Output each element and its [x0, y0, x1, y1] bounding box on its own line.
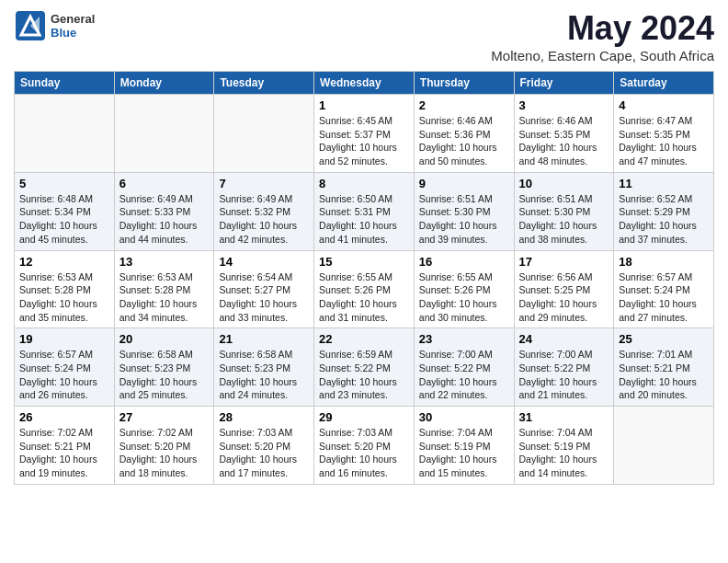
day-info: Sunrise: 6:46 AM Sunset: 5:36 PM Dayligh… [419, 114, 509, 168]
calendar-cell: 22Sunrise: 6:59 AM Sunset: 5:22 PM Dayli… [314, 328, 415, 407]
day-info: Sunrise: 7:03 AM Sunset: 5:20 PM Dayligh… [319, 426, 409, 480]
calendar-cell: 29Sunrise: 7:03 AM Sunset: 5:20 PM Dayli… [314, 407, 415, 485]
calendar-cell: 28Sunrise: 7:03 AM Sunset: 5:20 PM Dayli… [214, 407, 314, 485]
calendar-cell: 6Sunrise: 6:49 AM Sunset: 5:33 PM Daylig… [114, 172, 214, 250]
day-number: 9 [419, 177, 509, 190]
calendar-cell: 12Sunrise: 6:53 AM Sunset: 5:28 PM Dayli… [15, 250, 115, 328]
calendar-cell: 17Sunrise: 6:56 AM Sunset: 5:25 PM Dayli… [514, 250, 614, 328]
calendar-cell: 26Sunrise: 7:02 AM Sunset: 5:21 PM Dayli… [15, 407, 115, 485]
day-number: 1 [319, 98, 409, 112]
calendar-cell: 3Sunrise: 6:46 AM Sunset: 5:35 PM Daylig… [514, 95, 614, 173]
day-number: 21 [219, 332, 309, 346]
calendar-cell [214, 95, 314, 173]
day-number: 30 [419, 410, 509, 424]
day-of-week-header: Thursday [414, 72, 514, 95]
day-number: 22 [319, 332, 409, 346]
day-info: Sunrise: 7:01 AM Sunset: 5:21 PM Dayligh… [619, 348, 709, 402]
calendar-cell: 19Sunrise: 6:57 AM Sunset: 5:24 PM Dayli… [15, 328, 115, 407]
day-info: Sunrise: 7:02 AM Sunset: 5:21 PM Dayligh… [19, 426, 109, 480]
calendar-cell: 30Sunrise: 7:04 AM Sunset: 5:19 PM Dayli… [414, 407, 514, 485]
month-title: May 2024 [491, 9, 714, 48]
day-info: Sunrise: 6:54 AM Sunset: 5:27 PM Dayligh… [219, 270, 309, 325]
day-number: 23 [419, 332, 509, 346]
day-number: 16 [419, 255, 509, 269]
calendar-cell: 18Sunrise: 6:57 AM Sunset: 5:24 PM Dayli… [614, 250, 714, 328]
day-number: 14 [219, 255, 309, 269]
logo-general: General [51, 12, 95, 26]
location-title: Molteno, Eastern Cape, South Africa [491, 48, 714, 63]
calendar-cell: 13Sunrise: 6:53 AM Sunset: 5:28 PM Dayli… [114, 250, 214, 328]
day-info: Sunrise: 6:48 AM Sunset: 5:34 PM Dayligh… [19, 192, 109, 247]
day-number: 25 [619, 332, 709, 346]
day-number: 3 [519, 98, 609, 112]
day-number: 7 [219, 177, 309, 190]
logo-icon [14, 9, 47, 42]
day-number: 19 [19, 332, 109, 346]
day-number: 6 [119, 177, 210, 190]
calendar-cell: 16Sunrise: 6:55 AM Sunset: 5:26 PM Dayli… [414, 250, 514, 328]
day-info: Sunrise: 6:55 AM Sunset: 5:26 PM Dayligh… [319, 270, 409, 325]
calendar-table: SundayMondayTuesdayWednesdayThursdayFrid… [14, 71, 714, 485]
calendar-cell: 10Sunrise: 6:51 AM Sunset: 5:30 PM Dayli… [514, 172, 614, 250]
day-of-week-header: Friday [514, 72, 614, 95]
day-info: Sunrise: 6:47 AM Sunset: 5:35 PM Dayligh… [619, 114, 709, 168]
logo-blue: Blue [51, 26, 95, 40]
day-of-week-header: Sunday [15, 72, 115, 95]
calendar-cell: 2Sunrise: 6:46 AM Sunset: 5:36 PM Daylig… [414, 95, 514, 173]
day-info: Sunrise: 7:04 AM Sunset: 5:19 PM Dayligh… [519, 426, 609, 480]
day-number: 20 [119, 332, 210, 346]
day-info: Sunrise: 6:56 AM Sunset: 5:25 PM Dayligh… [519, 270, 609, 325]
day-number: 11 [619, 177, 709, 190]
calendar-cell [614, 407, 714, 485]
calendar-cell: 11Sunrise: 6:52 AM Sunset: 5:29 PM Dayli… [614, 172, 714, 250]
calendar-cell: 7Sunrise: 6:49 AM Sunset: 5:32 PM Daylig… [214, 172, 314, 250]
calendar-cell [15, 95, 115, 173]
day-of-week-header: Saturday [614, 72, 714, 95]
day-info: Sunrise: 7:04 AM Sunset: 5:19 PM Dayligh… [419, 426, 509, 480]
calendar-cell: 23Sunrise: 7:00 AM Sunset: 5:22 PM Dayli… [414, 328, 514, 407]
calendar-cell: 20Sunrise: 6:58 AM Sunset: 5:23 PM Dayli… [114, 328, 214, 407]
day-number: 17 [519, 255, 609, 269]
calendar-cell: 1Sunrise: 6:45 AM Sunset: 5:37 PM Daylig… [314, 95, 415, 173]
day-number: 29 [319, 410, 409, 424]
calendar-cell: 8Sunrise: 6:50 AM Sunset: 5:31 PM Daylig… [314, 172, 415, 250]
day-number: 31 [519, 410, 609, 424]
day-info: Sunrise: 6:52 AM Sunset: 5:29 PM Dayligh… [619, 192, 709, 247]
calendar-cell: 4Sunrise: 6:47 AM Sunset: 5:35 PM Daylig… [614, 95, 714, 173]
day-info: Sunrise: 6:51 AM Sunset: 5:30 PM Dayligh… [419, 192, 509, 247]
day-info: Sunrise: 6:58 AM Sunset: 5:23 PM Dayligh… [219, 348, 309, 402]
day-number: 26 [19, 410, 109, 424]
day-info: Sunrise: 6:45 AM Sunset: 5:37 PM Dayligh… [319, 114, 409, 168]
day-number: 10 [519, 177, 609, 190]
day-info: Sunrise: 6:53 AM Sunset: 5:28 PM Dayligh… [119, 270, 210, 325]
calendar-cell: 25Sunrise: 7:01 AM Sunset: 5:21 PM Dayli… [614, 328, 714, 407]
day-info: Sunrise: 7:02 AM Sunset: 5:20 PM Dayligh… [119, 426, 210, 480]
calendar-cell: 24Sunrise: 7:00 AM Sunset: 5:22 PM Dayli… [514, 328, 614, 407]
calendar-cell [114, 95, 214, 173]
day-number: 2 [419, 98, 509, 112]
day-info: Sunrise: 6:53 AM Sunset: 5:28 PM Dayligh… [19, 270, 109, 325]
day-info: Sunrise: 6:51 AM Sunset: 5:30 PM Dayligh… [519, 192, 609, 247]
day-of-week-header: Wednesday [314, 72, 415, 95]
day-info: Sunrise: 6:50 AM Sunset: 5:31 PM Dayligh… [319, 192, 409, 247]
day-number: 28 [219, 410, 309, 424]
day-of-week-header: Monday [114, 72, 214, 95]
day-number: 8 [319, 177, 409, 190]
day-info: Sunrise: 6:49 AM Sunset: 5:32 PM Dayligh… [219, 192, 309, 247]
day-number: 13 [119, 255, 210, 269]
calendar-cell: 27Sunrise: 7:02 AM Sunset: 5:20 PM Dayli… [114, 407, 214, 485]
day-info: Sunrise: 6:55 AM Sunset: 5:26 PM Dayligh… [419, 270, 509, 325]
day-number: 5 [19, 177, 109, 190]
calendar-header: SundayMondayTuesdayWednesdayThursdayFrid… [15, 72, 714, 95]
calendar-cell: 9Sunrise: 6:51 AM Sunset: 5:30 PM Daylig… [414, 172, 514, 250]
day-number: 15 [319, 255, 409, 269]
day-info: Sunrise: 7:00 AM Sunset: 5:22 PM Dayligh… [419, 348, 509, 402]
day-number: 24 [519, 332, 609, 346]
calendar-cell: 21Sunrise: 6:58 AM Sunset: 5:23 PM Dayli… [214, 328, 314, 407]
title-block: May 2024 Molteno, Eastern Cape, South Af… [491, 9, 714, 63]
day-number: 18 [619, 255, 709, 269]
day-info: Sunrise: 6:57 AM Sunset: 5:24 PM Dayligh… [619, 270, 709, 325]
day-info: Sunrise: 6:46 AM Sunset: 5:35 PM Dayligh… [519, 114, 609, 168]
day-info: Sunrise: 7:00 AM Sunset: 5:22 PM Dayligh… [519, 348, 609, 402]
day-of-week-header: Tuesday [214, 72, 314, 95]
